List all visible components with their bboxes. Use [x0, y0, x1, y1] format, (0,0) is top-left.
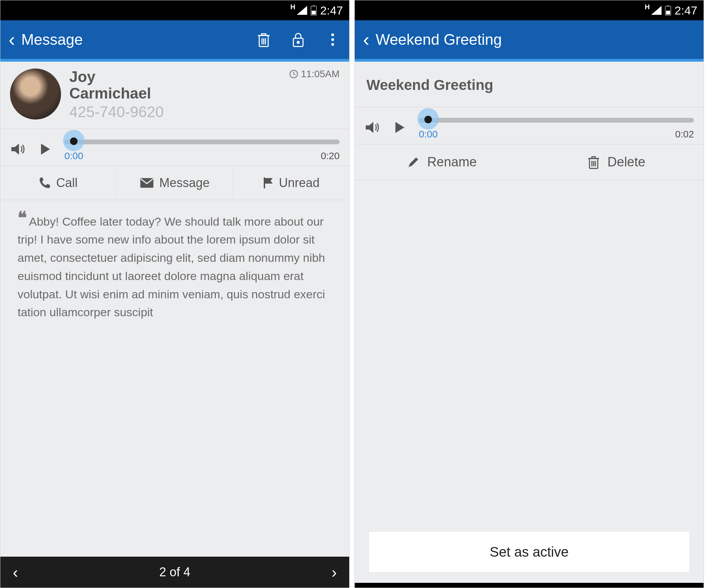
svg-point-6	[297, 41, 299, 43]
contact-phone: 425-740-9620	[69, 103, 281, 121]
svg-point-7	[331, 33, 334, 36]
next-button[interactable]: ›	[332, 563, 337, 581]
accent-line	[0, 59, 349, 62]
signal-icon	[651, 6, 662, 15]
speaker-button[interactable]	[10, 142, 27, 158]
speaker-button[interactable]	[364, 120, 381, 136]
greeting-title: Weekend Greeting	[355, 62, 704, 107]
message-screen: H 2:47 ‹ Message Joy Carmichael	[0, 0, 350, 588]
svg-rect-13	[264, 177, 265, 188]
delete-button-greeting[interactable]: Delete	[529, 144, 704, 180]
status-bar: H 2:47	[0, 0, 349, 20]
battery-icon	[311, 5, 317, 16]
trash-icon	[587, 155, 600, 169]
bottom-black-bar	[355, 583, 704, 588]
message-time: 11:05AM	[289, 69, 340, 80]
svg-marker-14	[265, 178, 273, 184]
phone-icon	[39, 177, 51, 189]
pencil-icon	[407, 156, 420, 168]
app-bar: ‹ Message	[0, 20, 349, 59]
status-bar: H 2:47	[355, 0, 704, 20]
battery-icon	[665, 5, 671, 16]
quote-icon: ❝	[18, 208, 27, 227]
contact-first-name: Joy	[69, 69, 281, 85]
audio-player: 0:00 0:02	[355, 107, 704, 144]
network-indicator: H	[290, 3, 295, 11]
spacer	[355, 180, 704, 531]
app-bar-actions	[255, 31, 341, 48]
playback-current: 0:00	[64, 151, 83, 162]
flag-icon	[263, 177, 273, 189]
rename-button[interactable]: Rename	[355, 144, 529, 180]
back-button[interactable]: ‹	[9, 30, 15, 49]
status-time: 2:47	[320, 4, 343, 17]
status-time: 2:47	[675, 4, 697, 17]
greeting-screen: H 2:47 ‹ Weekend Greeting Weekend Greeti…	[354, 0, 704, 588]
playback-duration: 0:20	[321, 151, 340, 162]
prev-button[interactable]: ‹	[13, 563, 18, 581]
call-button[interactable]: Call	[0, 166, 116, 200]
set-active-wrap: Set as active	[355, 531, 704, 583]
play-button[interactable]	[40, 143, 51, 157]
playback-duration: 0:02	[675, 129, 694, 140]
unread-button[interactable]: Unread	[233, 166, 349, 200]
pager-label: 2 of 4	[159, 565, 190, 579]
clock-icon	[289, 70, 298, 79]
svg-point-8	[331, 38, 334, 41]
svg-marker-11	[41, 144, 50, 155]
play-button[interactable]	[395, 121, 405, 135]
network-indicator: H	[645, 3, 649, 11]
contact-header: Joy Carmichael 425-740-9620 11:05AM	[0, 62, 349, 129]
accent-line	[355, 59, 704, 62]
delete-button[interactable]	[255, 31, 272, 48]
overflow-menu-button[interactable]	[324, 31, 341, 48]
svg-marker-19	[395, 122, 404, 133]
transcript: ❝Abby! Coffee later today? We should tal…	[0, 200, 349, 557]
avatar[interactable]	[10, 69, 61, 120]
seek-bar[interactable]: 0:00 0:02	[419, 116, 694, 140]
app-bar-title: Weekend Greeting	[376, 31, 695, 48]
contact-last-name: Carmichael	[69, 85, 281, 102]
svg-point-9	[331, 43, 334, 46]
greeting-actions: Rename Delete	[355, 144, 704, 180]
svg-rect-3	[312, 11, 316, 14]
envelope-icon	[140, 178, 154, 188]
pager-bar: ‹ 2 of 4 ›	[0, 557, 349, 588]
action-row: Call Message Unread	[0, 166, 349, 200]
svg-rect-18	[666, 11, 670, 14]
app-bar-title: Message	[21, 31, 249, 48]
message-button[interactable]: Message	[116, 166, 233, 200]
seek-bar[interactable]: 0:00 0:20	[64, 138, 340, 162]
back-button[interactable]: ‹	[363, 30, 370, 49]
audio-player: 0:00 0:20	[0, 129, 349, 166]
set-active-button[interactable]: Set as active	[369, 531, 690, 572]
signal-icon	[297, 6, 307, 15]
playback-current: 0:00	[419, 129, 438, 140]
svg-marker-15	[651, 6, 662, 15]
app-bar: ‹ Weekend Greeting	[355, 20, 704, 59]
svg-marker-0	[297, 6, 307, 15]
lock-button[interactable]	[290, 31, 306, 48]
